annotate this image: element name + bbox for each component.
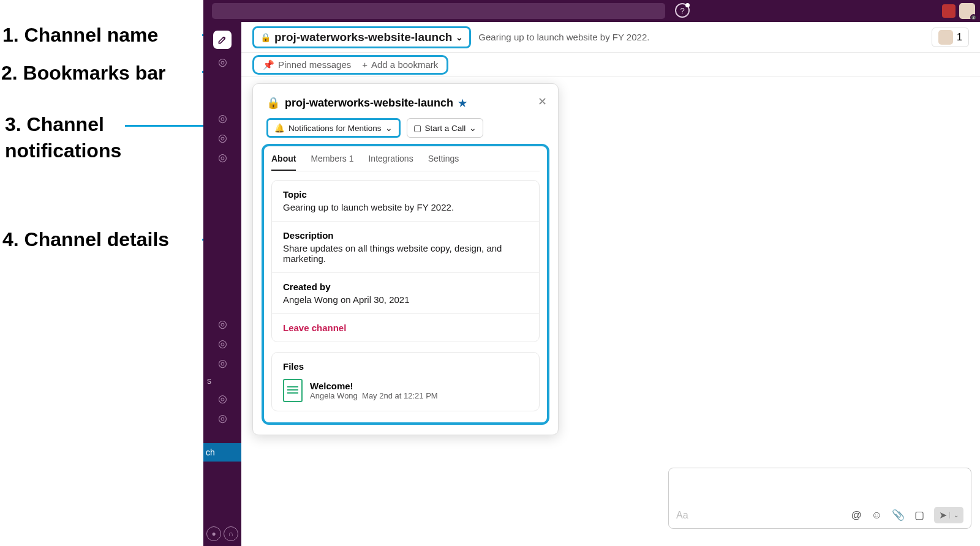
popover-title: proj-waterworks-website-launch: [285, 97, 453, 110]
details-outline: About Members 1 Integrations Settings To…: [262, 144, 549, 425]
annotation-1: 1. Channel name: [2, 22, 158, 48]
file-meta: Angela Wong May 2nd at 12:21 PM: [310, 391, 438, 400]
sidebar-icon-5[interactable]: ◎: [216, 317, 229, 331]
start-call-button[interactable]: ▢ Start a Call ⌄: [407, 118, 484, 138]
video-icon: ▢: [413, 123, 421, 133]
sidebar-section-label: s: [203, 376, 211, 386]
send-button[interactable]: ➤ ⌄: [934, 507, 963, 523]
topbar-right: z: [942, 3, 975, 19]
file-time: May 2nd at 12:21 PM: [362, 391, 438, 400]
plus-icon: +: [362, 59, 368, 70]
details-card: Topic Gearing up to launch website by FY…: [271, 180, 540, 342]
body-area: ◎ ◎ ◎ ◎ ◎ ◎ ◎ s ◎ ◎ ch ● ∩ 🔒: [203, 22, 980, 546]
tab-integrations[interactable]: Integrations: [368, 151, 413, 171]
formatting-icons: Aa: [676, 510, 688, 521]
bookmarks-inner: 📌 Pinned messages + Add a bookmark: [252, 55, 448, 75]
description-label: Description: [283, 230, 528, 241]
leave-channel-button[interactable]: Leave channel: [272, 314, 539, 342]
annotations-column: 1. Channel name 2. Bookmarks bar 3. Chan…: [0, 0, 202, 546]
sidebar-icon-2[interactable]: ◎: [216, 111, 229, 125]
attachment-icon[interactable]: 📎: [892, 509, 905, 522]
annotation-4: 4. Channel details: [2, 226, 169, 253]
document-icon: [283, 379, 303, 402]
file-info: Welcome! Angela Wong May 2nd at 12:21 PM: [310, 381, 438, 400]
notifications-label: Notifications for Mentions: [288, 124, 382, 133]
sidebar: ◎ ◎ ◎ ◎ ◎ ◎ ◎ s ◎ ◎ ch ● ∩: [203, 22, 241, 546]
channel-name-text: proj-waterworks-website-launch: [274, 31, 452, 44]
channel-members-button[interactable]: 1: [932, 28, 969, 47]
lock-icon: 🔒: [266, 96, 280, 110]
popover-title-row: 🔒 proj-waterworks-website-launch ★: [266, 96, 545, 110]
app-icon[interactable]: [942, 4, 956, 18]
pinned-messages-button[interactable]: 📌 Pinned messages: [263, 59, 351, 70]
description-value: Share updates on all things website copy…: [283, 243, 528, 264]
call-label: Start a Call: [425, 124, 466, 133]
sidebar-active-channel[interactable]: ch: [203, 443, 241, 462]
pinned-label: Pinned messages: [278, 59, 351, 70]
lock-icon: 🔒: [260, 32, 271, 42]
topic-row[interactable]: Topic Gearing up to launch website by FY…: [272, 181, 539, 222]
search-input[interactable]: [212, 3, 665, 19]
description-row[interactable]: Description Share updates on all things …: [272, 222, 539, 273]
tab-settings[interactable]: Settings: [428, 151, 459, 171]
popover-buttons: 🔔 Notifications for Mentions ⌄ ▢ Start a…: [266, 118, 545, 138]
tab-members[interactable]: Members 1: [311, 151, 353, 171]
add-bookmark-label: Add a bookmark: [371, 59, 438, 70]
created-value: Angela Wong on April 30, 2021: [283, 294, 528, 305]
sidebar-icon-6[interactable]: ◎: [216, 337, 229, 350]
message-composer[interactable]: Aa @ ☺ 📎 ▢ ➤ ⌄: [668, 468, 971, 529]
chevron-down-icon: ⌄: [456, 32, 463, 42]
chevron-down-icon: ⌄: [385, 123, 393, 133]
channel-header: 🔒 proj-waterworks-website-launch ⌄ Geari…: [241, 22, 980, 53]
channel-details-popover: 🔒 proj-waterworks-website-launch ★ ✕ 🔔 N…: [252, 83, 559, 435]
sidebar-icon-7[interactable]: ◎: [216, 356, 229, 370]
notification-dot-icon: [685, 3, 690, 7]
user-avatar[interactable]: z: [959, 3, 975, 19]
chevron-down-icon: ⌄: [469, 123, 477, 133]
star-icon[interactable]: ★: [458, 97, 467, 109]
files-card: Files Welcome! Angela Wong May 2nd at 12…: [271, 352, 540, 411]
pin-icon: 📌: [263, 59, 274, 70]
files-label: Files: [283, 361, 528, 372]
topic-value: Gearing up to launch website by FY 2022.: [283, 202, 528, 212]
topic-label: Topic: [283, 189, 528, 200]
video-icon[interactable]: ▢: [914, 509, 924, 522]
presence-indicator-icon: z: [970, 14, 977, 21]
file-name: Welcome!: [310, 381, 438, 391]
mic-icon[interactable]: ●: [206, 526, 221, 541]
member-avatar: [938, 30, 953, 45]
annotation-2: 2. Bookmarks bar: [1, 60, 166, 86]
headphones-icon[interactable]: ∩: [224, 526, 238, 541]
sidebar-icon-3[interactable]: ◎: [216, 131, 229, 144]
mention-icon[interactable]: @: [851, 509, 861, 522]
channel-topic-inline: Gearing up to launch website by FY 2022.: [478, 32, 649, 42]
format-aa-icon[interactable]: Aa: [676, 510, 688, 521]
compose-button[interactable]: [213, 31, 232, 49]
slack-app: ? z ◎ ◎ ◎ ◎ ◎ ◎ ◎ s ◎ ◎: [203, 0, 980, 546]
created-label: Created by: [283, 282, 528, 292]
channel-name-button[interactable]: 🔒 proj-waterworks-website-launch ⌄: [252, 26, 471, 48]
help-icon[interactable]: ?: [675, 3, 690, 18]
notifications-button[interactable]: 🔔 Notifications for Mentions ⌄: [266, 118, 401, 138]
sidebar-bottom: ● ∩: [203, 526, 241, 541]
sidebar-active-label: ch: [206, 447, 215, 457]
file-row[interactable]: Welcome! Angela Wong May 2nd at 12:21 PM: [283, 379, 528, 402]
chevron-down-icon[interactable]: ⌄: [949, 512, 959, 518]
top-bar: ? z: [203, 0, 980, 22]
sidebar-icon-4[interactable]: ◎: [216, 151, 229, 164]
compose-icon: [217, 35, 227, 45]
annotation-3: 3. Channel notifications: [5, 111, 121, 164]
file-author: Angela Wong: [310, 391, 358, 400]
member-count: 1: [957, 32, 962, 43]
sidebar-icon-1[interactable]: ◎: [216, 55, 229, 69]
bell-icon: 🔔: [274, 123, 285, 133]
sidebar-icon-8[interactable]: ◎: [216, 392, 229, 405]
send-icon: ➤: [939, 509, 947, 521]
close-icon[interactable]: ✕: [538, 95, 547, 108]
emoji-icon[interactable]: ☺: [872, 509, 882, 522]
tab-about[interactable]: About: [271, 151, 296, 171]
main-content: 🔒 proj-waterworks-website-launch ⌄ Geari…: [241, 22, 980, 546]
sidebar-icon-9[interactable]: ◎: [216, 411, 229, 425]
bookmarks-bar: 📌 Pinned messages + Add a bookmark: [241, 53, 980, 77]
add-bookmark-button[interactable]: + Add a bookmark: [362, 59, 438, 70]
